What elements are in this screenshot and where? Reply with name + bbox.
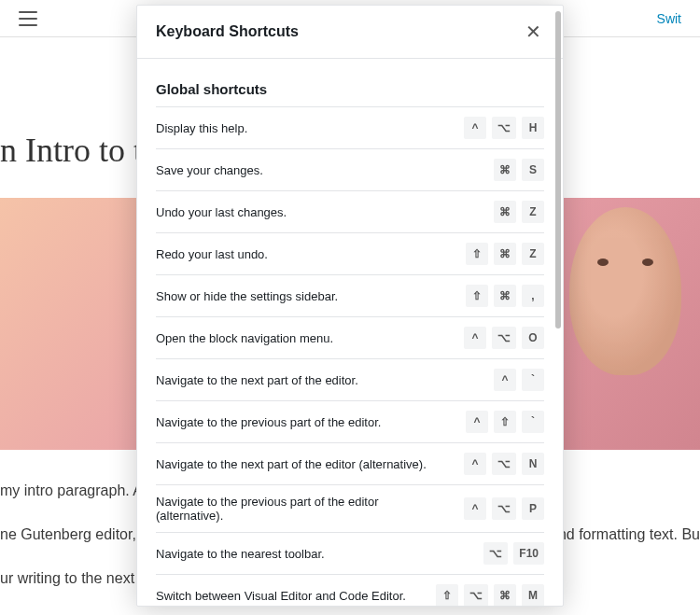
shortcut-description: Navigate to the next part of the editor …: [156, 457, 464, 471]
key: `: [522, 411, 544, 433]
modal-header: Keyboard Shortcuts ✕: [137, 6, 563, 59]
shortcut-row: Open the block navigation menu.^⌥O: [156, 316, 544, 358]
shortcut-description: Undo your last changes.: [156, 205, 494, 219]
shortcut-row: Navigate to the next part of the editor.…: [156, 358, 544, 400]
shortcut-description: Display this help.: [156, 121, 464, 135]
key: ⇧: [494, 411, 516, 433]
key: ⌘: [494, 243, 516, 265]
shortcut-keys: ^`: [494, 369, 544, 391]
shortcut-row: Navigate to the previous part of the edi…: [156, 484, 544, 532]
key: ^: [464, 497, 486, 520]
key: ^: [464, 327, 486, 349]
key: F10: [513, 542, 544, 565]
shortcut-description: Navigate to the previous part of the edi…: [156, 495, 464, 523]
key: ^: [464, 117, 486, 139]
key: ⌥: [492, 327, 516, 349]
shortcut-keys: ^⌥N: [464, 453, 544, 475]
key: ⌘: [494, 201, 516, 223]
key: ^: [466, 411, 488, 433]
key: ⌥: [483, 542, 508, 565]
shortcut-description: Navigate to the nearest toolbar.: [156, 547, 483, 561]
modal-title: Keyboard Shortcuts: [156, 23, 299, 40]
key: H: [522, 117, 544, 139]
key: Z: [522, 201, 544, 223]
key: N: [522, 453, 544, 475]
modal-body[interactable]: Global shortcutsDisplay this help.^⌥HSav…: [137, 59, 563, 606]
key: ,: [522, 285, 544, 307]
shortcut-keys: ^⌥H: [464, 117, 544, 139]
shortcut-row: Display this help.^⌥H: [156, 106, 544, 148]
key: Z: [522, 243, 544, 265]
shortcut-keys: ⇧⌘,: [466, 285, 544, 307]
shortcut-keys: ^⌥P: [464, 497, 544, 520]
shortcut-keys: ^⇧`: [466, 411, 544, 433]
shortcut-keys: ⌥F10: [483, 542, 544, 565]
shortcut-keys: ⌘S: [494, 159, 544, 181]
shortcut-row: Undo your last changes.⌘Z: [156, 190, 544, 232]
key: ⌥: [492, 453, 516, 475]
shortcut-description: Redo your last undo.: [156, 247, 466, 261]
key: ⌥: [464, 584, 488, 606]
key: ^: [494, 369, 516, 391]
shortcut-description: Save your changes.: [156, 163, 494, 177]
key: ⌥: [492, 497, 516, 520]
key: ^: [464, 453, 486, 475]
key: O: [522, 327, 544, 349]
shortcut-keys: ⇧⌘Z: [466, 243, 544, 265]
shortcut-row: Navigate to the previous part of the edi…: [156, 400, 544, 442]
shortcut-keys: ⌘Z: [494, 201, 544, 223]
keyboard-shortcuts-modal: Keyboard Shortcuts ✕ Global shortcutsDis…: [136, 5, 564, 607]
shortcut-description: Navigate to the next part of the editor.: [156, 373, 494, 387]
key: ⇧: [436, 584, 458, 606]
shortcut-description: Switch between Visual Editor and Code Ed…: [156, 589, 436, 603]
shortcut-keys: ⇧⌥⌘M: [436, 584, 544, 606]
shortcut-row: Navigate to the next part of the editor …: [156, 442, 544, 484]
key: ⌘: [494, 285, 516, 307]
section-title: Global shortcuts: [156, 59, 544, 106]
shortcut-keys: ^⌥O: [464, 327, 544, 349]
shortcut-row: Switch between Visual Editor and Code Ed…: [156, 574, 544, 606]
key: ⌘: [494, 159, 516, 181]
key: ⌘: [494, 584, 516, 606]
shortcut-row: Save your changes.⌘S: [156, 148, 544, 190]
shortcut-row: Show or hide the settings sidebar.⇧⌘,: [156, 274, 544, 316]
key: `: [522, 369, 544, 391]
shortcut-row: Navigate to the nearest toolbar.⌥F10: [156, 532, 544, 574]
key: S: [522, 159, 544, 181]
shortcut-description: Navigate to the previous part of the edi…: [156, 415, 466, 429]
shortcut-row: Redo your last undo.⇧⌘Z: [156, 232, 544, 274]
modal-backdrop: Keyboard Shortcuts ✕ Global shortcutsDis…: [0, 0, 700, 615]
close-button[interactable]: ✕: [522, 21, 544, 43]
key: ⌥: [492, 117, 516, 139]
scrollbar[interactable]: [555, 11, 561, 328]
close-icon: ✕: [525, 21, 541, 43]
key: ⇧: [466, 285, 488, 307]
key: M: [522, 584, 544, 606]
shortcut-description: Show or hide the settings sidebar.: [156, 289, 466, 303]
key: ⇧: [466, 243, 488, 265]
key: P: [522, 497, 544, 520]
shortcut-description: Open the block navigation menu.: [156, 331, 464, 345]
